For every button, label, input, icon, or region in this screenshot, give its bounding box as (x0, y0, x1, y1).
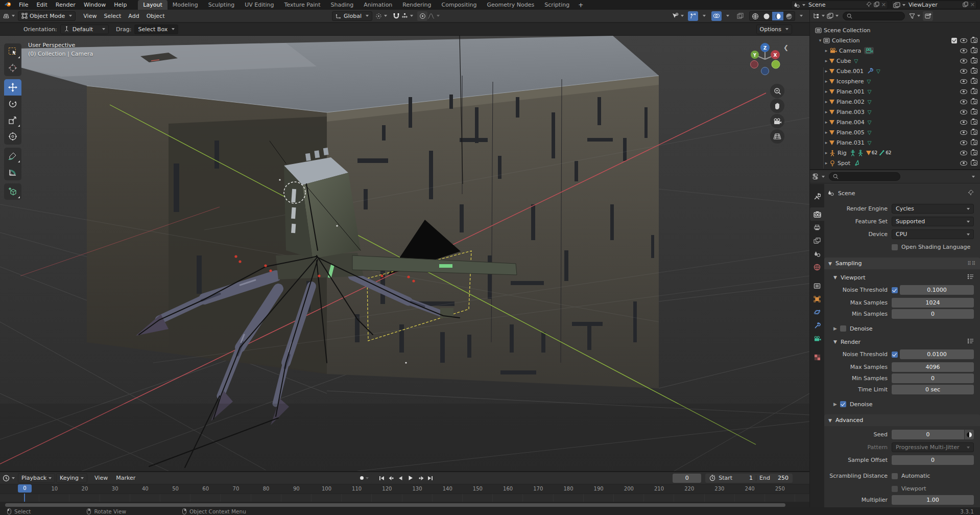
snap-settings-dropdown[interactable] (401, 11, 413, 21)
collection-checkbox[interactable] (951, 38, 957, 43)
outliner-row-cube[interactable]: ▸ Cube ▽ (810, 56, 980, 66)
plane-001-label[interactable]: Plane.001 (836, 88, 865, 95)
tool-rotate[interactable] (4, 96, 21, 112)
unlink-scene-icon[interactable]: ✕ (881, 2, 886, 8)
expand-arrow-icon[interactable]: ▸ (823, 48, 829, 53)
disable-render-icon[interactable] (971, 140, 977, 145)
cube-label[interactable]: Cube (836, 58, 851, 64)
hide-eye-icon[interactable] (960, 38, 967, 43)
snap-toggle[interactable] (391, 11, 401, 21)
playback-dropdown[interactable]: Playback (18, 473, 55, 483)
tab-object[interactable] (810, 292, 824, 306)
hide-eye-icon[interactable] (960, 89, 967, 94)
overlays-dropdown[interactable] (722, 11, 732, 21)
viewlayer-name[interactable]: ViewLayer (905, 2, 963, 8)
auto-keying-toggle[interactable] (356, 474, 372, 483)
expand-arrow-icon[interactable]: ▸ (823, 79, 829, 84)
navigation-gizmo[interactable]: Z Y X (748, 42, 782, 76)
outliner-row-plane-001[interactable]: ▸ Plane.001 ▽ (810, 86, 980, 97)
hide-eye-icon[interactable] (960, 69, 967, 74)
mesh-data-icon[interactable]: ▽ (868, 140, 872, 146)
outliner-row-camera[interactable]: ▸ Camera (810, 45, 980, 56)
rig-label[interactable]: Rig (838, 150, 847, 156)
zoom-button[interactable] (770, 84, 784, 98)
rd-noise-threshold-checkbox[interactable] (892, 352, 898, 358)
tab-tool[interactable] (810, 190, 824, 203)
tab-sculpting[interactable]: Sculpting (203, 0, 240, 10)
gizmos-dropdown[interactable] (698, 11, 708, 21)
menu-render[interactable]: Render (52, 0, 80, 10)
current-frame-field[interactable]: 0 (673, 474, 701, 483)
presets-icon[interactable] (967, 338, 974, 345)
mesh-data-icon[interactable]: ▽ (854, 58, 858, 64)
proportional-falloff-dropdown[interactable] (427, 11, 440, 21)
timeline-editor-type-button[interactable] (3, 473, 15, 483)
tool-move[interactable] (4, 79, 21, 96)
timeline-scrollbar-thumb[interactable] (5, 503, 785, 507)
hide-eye-icon[interactable] (960, 100, 967, 104)
plane-003-label[interactable]: Plane.003 (836, 109, 865, 115)
disable-render-icon[interactable] (971, 38, 977, 43)
rd-denoise-row[interactable]: ▶ Denoise (833, 399, 974, 409)
properties-editor-type-button[interactable] (812, 172, 825, 181)
expand-arrow-icon[interactable]: ▸ (823, 58, 829, 63)
pan-hand-button[interactable] (770, 99, 784, 113)
expand-arrow-icon[interactable]: ▸ (823, 109, 829, 114)
seed-field[interactable]: 0 (892, 430, 964, 439)
gizmos-toggle[interactable] (688, 11, 698, 21)
expand-arrow-icon[interactable]: ▸ (823, 140, 829, 145)
menu-add[interactable]: Add (125, 13, 142, 19)
sample-offset-field[interactable]: 0 (892, 455, 974, 465)
outliner-row-scene-collection[interactable]: Scene Collection (810, 25, 980, 35)
timeline-menu-marker[interactable]: Marker (112, 475, 139, 481)
expand-arrow-icon[interactable]: ▸ (823, 89, 829, 94)
jump-to-start-button[interactable] (377, 474, 386, 483)
tab-constraints[interactable] (810, 319, 824, 332)
viewport-canvas[interactable]: User Perspective (0) Collection | Camera (0, 36, 809, 471)
menu-help[interactable]: Help (110, 0, 131, 10)
keying-dropdown[interactable]: Keying (56, 473, 87, 483)
drag-dropdown[interactable]: Select Box (134, 25, 178, 34)
outliner-search-input[interactable] (843, 12, 905, 20)
tab-render[interactable] (810, 207, 824, 221)
expand-arrow-icon[interactable]: ▸ (823, 68, 829, 74)
camera-view-button[interactable] (770, 114, 784, 128)
menu-object[interactable]: Object (143, 13, 169, 19)
play-button[interactable] (405, 474, 416, 483)
render-subsection-header[interactable]: ▼Render (833, 337, 974, 347)
viewport-subsection-header[interactable]: ▼Viewport (833, 272, 974, 283)
jump-to-end-button[interactable] (426, 474, 435, 483)
xray-toggle[interactable] (735, 11, 745, 21)
expand-arrow-icon[interactable]: ▸ (823, 130, 829, 135)
time-limit-field[interactable]: 0 sec (892, 385, 974, 394)
light-data-icon[interactable] (854, 160, 860, 167)
jump-next-keyframe-button[interactable] (417, 474, 425, 483)
tab-shading[interactable]: Shading (326, 0, 359, 10)
shading-rendered-button[interactable] (783, 12, 795, 21)
animate-seed-button[interactable] (965, 430, 974, 439)
outliner-row-icosphere[interactable]: ▸ Icosphere ▽ (810, 76, 980, 86)
disable-render-icon[interactable] (971, 99, 977, 104)
viewlayer-icon[interactable] (893, 2, 900, 8)
menu-edit[interactable]: Edit (32, 0, 51, 10)
disable-render-icon[interactable] (971, 48, 977, 53)
spot-label[interactable]: Spot (838, 160, 850, 167)
tool-transform[interactable] (4, 128, 21, 145)
menu-file[interactable]: File (15, 0, 32, 10)
proportional-editing-toggle[interactable] (417, 11, 427, 21)
timeline-ruler[interactable]: 0102030405060708090100110120130140150160… (0, 484, 809, 494)
new-scene-icon[interactable] (874, 2, 879, 9)
scrambling-automatic-checkbox[interactable] (892, 473, 898, 479)
remove-viewlayer-icon[interactable]: ✕ (970, 2, 975, 8)
scene-name[interactable]: Scene (805, 2, 866, 8)
orientation-dropdown[interactable]: Default (60, 25, 109, 34)
pattern-dropdown[interactable]: Progressive Multi-Jitter (892, 442, 974, 452)
hide-eye-icon[interactable] (960, 79, 967, 84)
tool-add-cube[interactable] (4, 183, 21, 200)
menu-window[interactable]: Window (80, 0, 110, 10)
tab-scripting[interactable]: Scripting (539, 0, 575, 10)
hide-eye-icon[interactable] (960, 151, 967, 155)
icosphere-label[interactable]: Icosphere (836, 78, 864, 85)
tab-texture-paint[interactable]: Texture Paint (279, 0, 326, 10)
hide-eye-icon[interactable] (960, 120, 967, 125)
